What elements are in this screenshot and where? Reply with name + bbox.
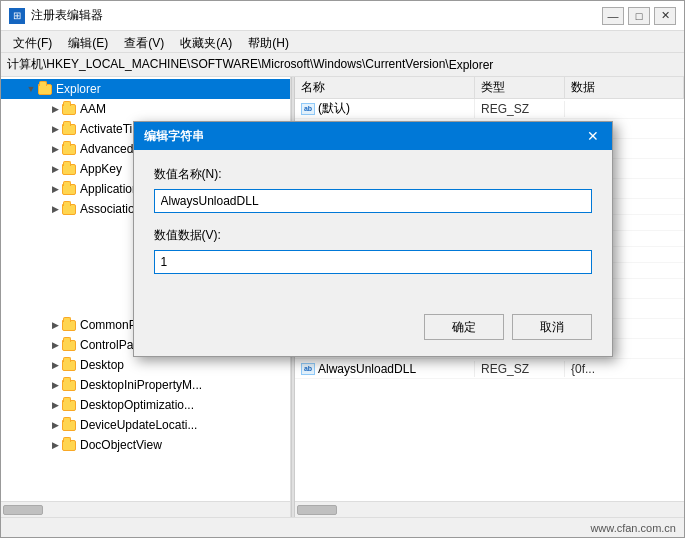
dialog-title-bar: 编辑字符串 ✕ bbox=[134, 122, 612, 150]
dialog-body: 数值名称(N): 数值数据(V): bbox=[134, 150, 612, 304]
name-input[interactable] bbox=[154, 189, 592, 213]
ok-button[interactable]: 确定 bbox=[424, 314, 504, 340]
modal-overlay: 编辑字符串 ✕ 数值名称(N): 数值数据(V): 确定 取消 bbox=[0, 0, 685, 538]
dialog-close-button[interactable]: ✕ bbox=[584, 127, 602, 145]
data-label: 数值数据(V): bbox=[154, 227, 592, 244]
dialog-footer: 确定 取消 bbox=[134, 304, 612, 356]
edit-string-dialog: 编辑字符串 ✕ 数值名称(N): 数值数据(V): 确定 取消 bbox=[133, 121, 613, 357]
dialog-title: 编辑字符串 bbox=[144, 128, 204, 145]
cancel-button[interactable]: 取消 bbox=[512, 314, 592, 340]
data-input[interactable] bbox=[154, 250, 592, 274]
name-label: 数值名称(N): bbox=[154, 166, 592, 183]
